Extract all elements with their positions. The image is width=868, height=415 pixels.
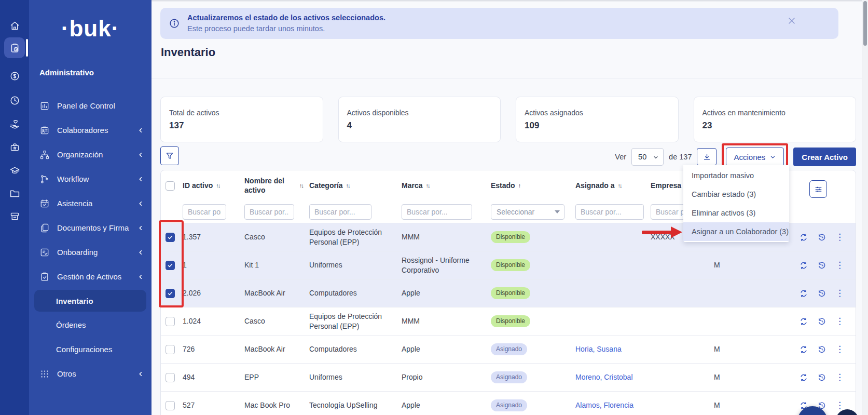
sort-icon[interactable]: ↑↓ bbox=[617, 182, 621, 190]
column-header-label: Empresa bbox=[651, 181, 681, 191]
sidebar-item-documentos-y-firma[interactable]: Documentos y Firma bbox=[29, 216, 151, 240]
kebab-menu-icon[interactable]: ⋮ bbox=[835, 401, 844, 410]
graduation-cap-icon[interactable] bbox=[4, 160, 25, 181]
sidebar-item-gesti-n-de-activos[interactable]: Gestión de Activos bbox=[29, 264, 151, 289]
row-checkbox[interactable] bbox=[166, 401, 175, 410]
bag-icon[interactable] bbox=[4, 137, 25, 157]
hand-heart-icon[interactable] bbox=[4, 113, 25, 134]
menu-item-eliminar-activos-3-[interactable]: Eliminar activos (3) bbox=[683, 204, 789, 222]
sidebar-item-organizaci-n[interactable]: Organización bbox=[29, 142, 151, 167]
column-header-label: Asignado a bbox=[575, 181, 614, 191]
menu-item-importador-masivo[interactable]: Importador masivo bbox=[683, 166, 789, 185]
page-size-select[interactable]: 50 bbox=[631, 148, 664, 166]
filter-input-id-activo[interactable] bbox=[183, 204, 226, 220]
sync-icon[interactable] bbox=[799, 261, 808, 270]
sidebar-subitem--rdenes[interactable]: Órdenes bbox=[29, 313, 151, 337]
vertical-scrollbar[interactable] bbox=[862, 0, 868, 415]
row-checkbox[interactable] bbox=[166, 317, 175, 326]
kebab-menu-icon[interactable]: ⋮ bbox=[835, 373, 844, 382]
select-all-checkbox[interactable] bbox=[166, 181, 175, 191]
sidebar-subitem-inventario[interactable]: Inventario bbox=[34, 290, 146, 312]
history-icon[interactable] bbox=[817, 373, 826, 382]
menu-item-cambiar-estado-3-[interactable]: Cambiar estado (3) bbox=[683, 185, 789, 204]
clock-icon[interactable] bbox=[4, 90, 25, 111]
row-checkbox[interactable] bbox=[166, 373, 175, 382]
sync-icon[interactable] bbox=[799, 373, 808, 382]
filter-input-marca[interactable] bbox=[402, 204, 472, 220]
history-icon[interactable] bbox=[817, 345, 826, 354]
documents-icon bbox=[39, 223, 50, 233]
cell-extra: M bbox=[708, 372, 793, 382]
cell-extra: M bbox=[708, 400, 793, 410]
table-row[interactable]: 726MacBook AirComputadoresAppleAsignadoH… bbox=[161, 335, 856, 363]
close-icon[interactable] bbox=[787, 16, 797, 26]
sort-icon[interactable]: ↑↓ bbox=[346, 182, 350, 190]
banner-text: Actualizaremos el estado de los activos … bbox=[187, 12, 385, 34]
estado-filter-select[interactable]: Seleccionar bbox=[491, 204, 564, 220]
filter-input-asignado-a[interactable] bbox=[575, 204, 644, 220]
menu-item-asignar-a-un-colaborador-3-[interactable]: Asignar a un Colaborador (3) bbox=[683, 222, 789, 241]
sync-icon[interactable] bbox=[799, 289, 808, 298]
kebab-menu-icon[interactable]: ⋮ bbox=[835, 289, 844, 298]
sidebar-item-panel-de-control[interactable]: Panel de Control bbox=[29, 93, 151, 118]
cell-category: Uniformes bbox=[303, 260, 395, 270]
stat-card: Activos en mantenimiento23 bbox=[694, 97, 857, 142]
history-icon[interactable] bbox=[817, 233, 826, 242]
filter-input-categor-a[interactable] bbox=[309, 204, 371, 220]
sync-icon[interactable] bbox=[799, 317, 808, 326]
column-header-label: Marca bbox=[402, 181, 422, 191]
sidebar-item-colaboradores[interactable]: Colaboradores bbox=[29, 118, 151, 142]
buk-logo: ·buk· bbox=[29, 16, 151, 42]
kebab-menu-icon[interactable]: ⋮ bbox=[835, 317, 844, 326]
assigned-link[interactable]: Horia, Susana bbox=[575, 345, 622, 353]
crear-activo-button[interactable]: Crear Activo bbox=[793, 148, 856, 166]
row-checkbox-cell bbox=[161, 317, 176, 326]
cell-assigned: Alamos, Florencia bbox=[569, 400, 644, 410]
filter-button[interactable] bbox=[160, 146, 179, 165]
clipboard-clock-icon[interactable] bbox=[4, 37, 25, 58]
money-icon[interactable] bbox=[4, 65, 25, 86]
history-icon[interactable] bbox=[817, 317, 826, 326]
chevron-left-icon bbox=[137, 249, 144, 256]
filter-input-nombre-del-activo[interactable] bbox=[244, 204, 294, 220]
sidebar-item-otros[interactable]: Otros bbox=[29, 362, 151, 386]
sidebar-subitem-label: Órdenes bbox=[56, 320, 86, 329]
column-settings-button[interactable] bbox=[809, 180, 827, 198]
sort-icon[interactable]: ↑↓ bbox=[216, 182, 219, 190]
sidebar-item-asistencia[interactable]: Asistencia bbox=[29, 191, 151, 216]
sidebar-item-onboarding[interactable]: Onboarding bbox=[29, 240, 151, 264]
sidebar-item-label: Gestión de Activos bbox=[57, 272, 137, 281]
table-row[interactable]: 527Mac Book ProTecnología UpSellingApple… bbox=[161, 391, 856, 415]
sidebar-subitem-configuraciones[interactable]: Configuraciones bbox=[29, 337, 151, 362]
stat-card-value: 23 bbox=[702, 121, 848, 131]
table-row[interactable]: 1Kit 1UniformesRossignol - Uniforme Corp… bbox=[161, 251, 856, 279]
row-checkbox[interactable] bbox=[166, 289, 175, 298]
sync-icon[interactable] bbox=[799, 233, 808, 242]
assigned-link[interactable]: Alamos, Florencia bbox=[575, 401, 633, 409]
row-checkbox[interactable] bbox=[166, 233, 175, 242]
sidebar-item-workflow[interactable]: Workflow bbox=[29, 167, 151, 191]
history-icon[interactable] bbox=[817, 289, 826, 298]
assigned-link[interactable]: Moreno, Cristobal bbox=[575, 373, 633, 381]
scrollbar-thumb[interactable] bbox=[863, 1, 867, 46]
table-row[interactable]: 1.024CascoEquipos de Protección Personal… bbox=[161, 307, 856, 335]
download-button[interactable] bbox=[697, 148, 717, 166]
table-row[interactable]: 494EPPUniformesPropioAsignadoMoreno, Cri… bbox=[161, 363, 856, 391]
home-icon[interactable] bbox=[4, 15, 25, 36]
archive-icon[interactable] bbox=[4, 206, 25, 226]
acciones-button[interactable]: Acciones bbox=[726, 148, 784, 166]
sort-icon[interactable]: ↑ bbox=[518, 182, 520, 190]
row-checkbox[interactable] bbox=[166, 345, 175, 354]
kebab-menu-icon[interactable]: ⋮ bbox=[835, 261, 844, 270]
sort-icon[interactable]: ↑↓ bbox=[425, 182, 429, 190]
folder-icon[interactable] bbox=[4, 183, 25, 204]
kebab-menu-icon[interactable]: ⋮ bbox=[835, 233, 844, 242]
table-row[interactable]: 2.026MacBook AirComputadoresAppleDisponi… bbox=[161, 279, 856, 307]
sort-icon[interactable]: ↑↓ bbox=[299, 182, 303, 190]
history-icon[interactable] bbox=[817, 261, 826, 270]
stat-card-label: Activos disponibles bbox=[347, 109, 492, 117]
sync-icon[interactable] bbox=[799, 345, 808, 354]
row-checkbox[interactable] bbox=[166, 261, 175, 270]
acciones-dropdown-menu: Importador masivoCambiar estado (3)Elimi… bbox=[683, 165, 789, 242]
kebab-menu-icon[interactable]: ⋮ bbox=[835, 345, 844, 354]
